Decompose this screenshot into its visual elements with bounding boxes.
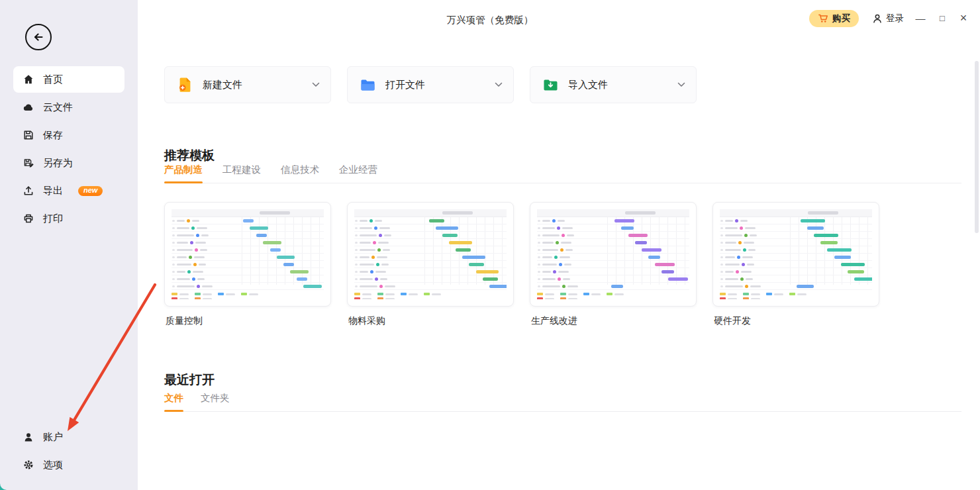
template-card-title: 生产线改进 [530,315,697,327]
open-folder-icon [360,76,377,93]
open-file-label: 打开文件 [385,79,425,91]
minimize-button[interactable]: — [912,9,929,26]
user-icon [872,13,883,24]
vertical-scrollbar[interactable] [975,61,979,233]
template-card-wrap: 物料采购 [347,202,514,327]
chevron-down-icon[interactable] [312,82,320,87]
buy-button[interactable]: 购买 [809,10,859,27]
gantt-thumbnail [354,209,507,299]
tab-files[interactable]: 文件 [164,391,183,411]
template-card[interactable] [347,202,514,307]
quick-actions: 新建文件 打开文件 导入文件 [164,66,697,103]
sidebar-item-save[interactable]: 保存 [13,122,124,148]
template-card-wrap: 质量控制 [164,202,331,327]
sidebar-item-label: 账户 [43,431,63,444]
sidebar-item-print[interactable]: 打印 [13,205,124,232]
maximize-icon: □ [940,13,945,23]
tab-product-manufacturing[interactable]: 产品制造 [164,163,203,183]
login-label: 登录 [886,13,904,24]
sidebar-nav: 首页 云文件 保存 另存为 [13,66,124,233]
close-button[interactable]: × [955,9,972,26]
template-card-title: 物料采购 [347,315,514,327]
new-file-icon [177,76,194,93]
sidebar-bottom: 账户 选项 [13,424,124,479]
back-button[interactable] [25,24,52,50]
recent-section-title: 最近打开 [164,371,215,389]
cart-icon [818,13,828,24]
template-card-wrap: 硬件开发 [712,202,879,327]
tab-folders[interactable]: 文件夹 [201,391,230,411]
gantt-thumbnail [537,209,689,299]
templates-section-title: 推荐模板 [164,147,215,164]
buy-label: 购买 [832,13,850,24]
login-button[interactable]: 登录 [868,10,908,27]
import-file-button[interactable]: 导入文件 [530,66,697,103]
print-icon [23,213,34,224]
new-file-button[interactable]: 新建文件 [164,66,331,103]
sidebar-item-account[interactable]: 账户 [13,424,124,450]
maximize-button[interactable]: □ [934,9,951,26]
new-badge: new [78,186,103,196]
settings-gear-icon [23,459,34,471]
app-window: 首页 云文件 保存 另存为 [0,0,980,490]
sidebar-item-label: 打印 [43,213,63,225]
template-tabs: 产品制造 工程建设 信息技术 企业经营 [164,163,961,183]
import-folder-icon [542,76,560,93]
account-icon [23,431,34,443]
export-icon [23,185,34,197]
sidebar-item-cloud-files[interactable]: 云文件 [13,94,124,121]
tab-business-operation[interactable]: 企业经营 [339,163,377,183]
chevron-down-icon[interactable] [677,82,685,87]
template-card[interactable] [530,202,697,307]
sidebar-item-export[interactable]: 导出 new [13,177,124,204]
template-card[interactable] [164,202,331,307]
sidebar-item-label: 首页 [43,74,63,86]
save-as-icon [23,157,34,169]
open-file-button[interactable]: 打开文件 [347,66,514,103]
new-file-label: 新建文件 [203,79,242,91]
chevron-down-icon[interactable] [495,82,503,87]
sidebar-item-label: 导出 [43,185,63,197]
sidebar: 首页 云文件 保存 另存为 [0,0,138,490]
home-icon [23,74,34,85]
cloud-icon [23,101,34,113]
save-icon [23,129,34,141]
template-card[interactable] [712,202,879,307]
close-icon: × [960,11,967,25]
sidebar-item-label: 保存 [43,129,63,142]
minimize-icon: — [916,13,926,24]
gantt-thumbnail [720,209,872,299]
tab-information-technology[interactable]: 信息技术 [281,163,319,183]
recent-tabs: 文件 文件夹 [164,391,961,412]
sidebar-item-options[interactable]: 选项 [13,452,124,478]
import-file-label: 导入文件 [568,79,608,91]
gantt-thumbnail [172,209,324,299]
sidebar-item-save-as[interactable]: 另存为 [13,150,124,176]
template-card-wrap: 生产线改进 [530,202,697,327]
template-cards: 质量控制 物料采购 生产线改进 硬件开发 [164,202,879,327]
sidebar-item-label: 云文件 [43,101,73,114]
arrow-left-icon [32,30,45,44]
template-card-title: 质量控制 [164,315,331,327]
sidebar-item-home[interactable]: 首页 [13,66,124,93]
tab-engineering-construction[interactable]: 工程建设 [222,163,261,183]
sidebar-item-label: 另存为 [43,157,73,170]
template-card-title: 硬件开发 [712,315,879,327]
sidebar-item-label: 选项 [43,459,63,471]
